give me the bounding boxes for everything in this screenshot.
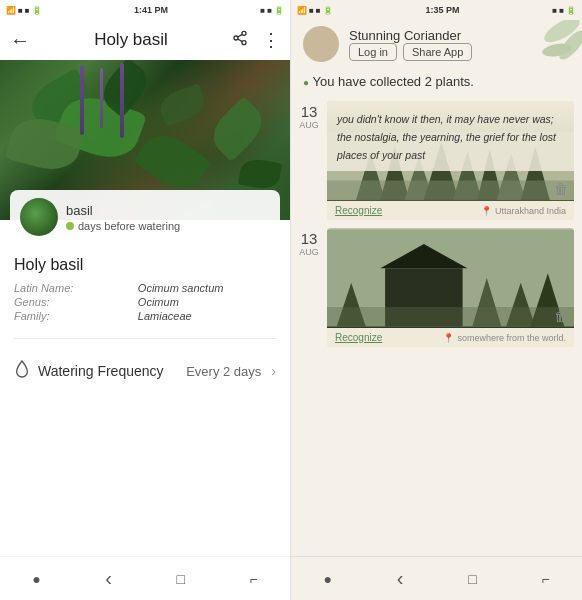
sig-icon-r: ■ xyxy=(316,6,321,15)
right-header-wrapper: Stunning Coriander Log in Share App xyxy=(291,20,582,70)
location-row-1: 📍 Uttarakhand India xyxy=(481,206,566,216)
watering-frequency-row[interactable]: Watering Frequency Every 2 days › xyxy=(0,349,290,393)
watering-status-dot xyxy=(66,222,74,230)
nav-back-right[interactable]: ‹ xyxy=(397,567,404,590)
green-dot: ● xyxy=(303,77,309,88)
status-bar-left: 📶 ■ ■ 🔋 1:41 PM ■ ■ 🔋 xyxy=(0,0,290,20)
watering-freq-value: Every 2 days xyxy=(186,364,261,379)
feed-item-2: 13 Aug xyxy=(291,224,582,351)
feed-card-2: 🗑 Recognize 📍 somewhere from the world. xyxy=(327,228,574,347)
detail-table: Latin Name: Ocimum sanctum Genus: Ocimum… xyxy=(14,282,276,322)
quote-text-1: you didn't know it then, it may have nev… xyxy=(337,113,556,161)
location-pin-1: 📍 xyxy=(481,206,492,216)
left-panel: 📶 ■ ■ 🔋 1:41 PM ■ ■ 🔋 ← Holy basil ⋮ xyxy=(0,0,291,600)
plant-name-watering: basil days before watering xyxy=(66,203,270,232)
feed-scroll[interactable]: 13 Aug xyxy=(291,97,582,556)
date-month-1: Aug xyxy=(291,120,327,130)
delete-icon-1[interactable]: 🗑 xyxy=(554,181,568,197)
top-bar-left: ← Holy basil ⋮ xyxy=(0,20,290,60)
plant-name-small: basil xyxy=(66,203,270,218)
svg-point-0 xyxy=(242,31,246,35)
recognize-link-1[interactable]: Recognize xyxy=(335,205,382,216)
nav-square-left[interactable]: □ xyxy=(177,571,185,587)
card-footer-2: Recognize 📍 somewhere from the world. xyxy=(327,328,574,347)
water-drop-icon xyxy=(14,359,30,383)
date-day-2: 13 xyxy=(291,230,327,247)
plant-title: Holy basil xyxy=(14,256,276,274)
top-bar-actions: ⋮ xyxy=(232,29,280,51)
date-day-1: 13 xyxy=(291,103,327,120)
svg-rect-25 xyxy=(327,307,574,326)
genus-value: Ocimum xyxy=(138,296,276,308)
wifi2-icon-r: ■ xyxy=(559,6,564,15)
nav-back-left[interactable]: ‹ xyxy=(105,567,112,590)
share-icon[interactable] xyxy=(232,30,248,50)
status-icons-left: 📶 ■ ■ 🔋 xyxy=(6,6,42,15)
back-button[interactable]: ← xyxy=(10,29,30,52)
bluetooth-icon: 📶 xyxy=(6,6,16,15)
collected-count: You have collected 2 plants. xyxy=(312,74,473,89)
nav-square-right[interactable]: □ xyxy=(468,571,476,587)
svg-line-3 xyxy=(238,39,243,42)
svg-point-1 xyxy=(234,36,238,40)
latin-name-label: Latin Name: xyxy=(14,282,126,294)
right-panel: 📶 ■ ■ 🔋 1:35 PM ■ ■ 🔋 Stunning Coriander… xyxy=(291,0,582,600)
plant-avatar xyxy=(20,198,58,236)
card-image-1: you didn't know it then, it may have nev… xyxy=(327,101,574,201)
nav-bar-right: ● ‹ □ ⌐ xyxy=(291,556,582,600)
watering-row: days before watering xyxy=(66,220,270,232)
sig2-icon-r: ■ xyxy=(552,6,557,15)
location-row-2: 📍 somewhere from the world. xyxy=(443,333,566,343)
wifi-icon: ■ xyxy=(18,6,23,15)
nav-forward-left[interactable]: ⌐ xyxy=(250,571,258,587)
more-icon[interactable]: ⋮ xyxy=(262,29,280,51)
svg-rect-17 xyxy=(327,181,574,200)
nav-circle-left[interactable]: ● xyxy=(32,571,40,587)
user-avatar-right xyxy=(303,26,339,62)
chevron-right-icon: › xyxy=(271,363,276,379)
battery-icon: 🔋 xyxy=(32,6,42,15)
date-col-1: 13 Aug xyxy=(291,101,327,130)
bat-icon-r: 🔋 xyxy=(323,6,333,15)
bt-icon-r: 📶 xyxy=(297,6,307,15)
status-icons-right-right: ■ ■ 🔋 xyxy=(552,6,576,15)
date-month-2: Aug xyxy=(291,247,327,257)
date-col-2: 13 Aug xyxy=(291,228,327,257)
wifi2-icon: ■ xyxy=(267,6,272,15)
bat2-icon-r: 🔋 xyxy=(566,6,576,15)
signal-icon: ■ xyxy=(25,6,30,15)
divider-1 xyxy=(14,338,276,339)
status-right-left: ■ ■ 🔋 xyxy=(260,6,284,15)
page-title: Holy basil xyxy=(94,30,168,50)
svg-point-2 xyxy=(242,41,246,45)
card-footer-1: Recognize 📍 Uttarakhand India xyxy=(327,201,574,220)
svg-line-4 xyxy=(238,34,243,37)
battery2-icon: 🔋 xyxy=(274,6,284,15)
delete-icon-2[interactable]: 🗑 xyxy=(554,308,568,324)
family-value: Lamiaceae xyxy=(138,310,276,322)
nav-forward-right[interactable]: ⌐ xyxy=(541,571,549,587)
genus-label: Genus: xyxy=(14,296,126,308)
login-button[interactable]: Log in xyxy=(349,43,397,61)
feed-card-1: you didn't know it then, it may have nev… xyxy=(327,101,574,220)
nav-circle-right[interactable]: ● xyxy=(323,571,331,587)
family-label: Family: xyxy=(14,310,126,322)
feed-item-1: 13 Aug xyxy=(291,97,582,224)
status-icons-right-left: 📶 ■ ■ 🔋 xyxy=(297,6,333,15)
status-bar-right: 📶 ■ ■ 🔋 1:35 PM ■ ■ 🔋 xyxy=(291,0,582,20)
location-pin-2: 📍 xyxy=(443,333,454,343)
right-time: 1:35 PM xyxy=(425,5,459,15)
plant-info-card: basil days before watering xyxy=(10,190,280,244)
watering-freq-label: Watering Frequency xyxy=(38,363,178,379)
watering-days-text: days before watering xyxy=(78,220,180,232)
quote-overlay-1: you didn't know it then, it may have nev… xyxy=(327,101,574,171)
location-text-1: Uttarakhand India xyxy=(495,206,566,216)
plant-details-section: Holy basil Latin Name: Ocimum sanctum Ge… xyxy=(0,244,290,328)
share-app-button[interactable]: Share App xyxy=(403,43,472,61)
signal2-icon: ■ xyxy=(260,6,265,15)
wifi-icon-r: ■ xyxy=(309,6,314,15)
recognize-link-2[interactable]: Recognize xyxy=(335,332,382,343)
card-image-2: 🗑 xyxy=(327,228,574,328)
nav-bar-left: ● ‹ □ ⌐ xyxy=(0,556,290,600)
location-text-2: somewhere from the world. xyxy=(457,333,566,343)
